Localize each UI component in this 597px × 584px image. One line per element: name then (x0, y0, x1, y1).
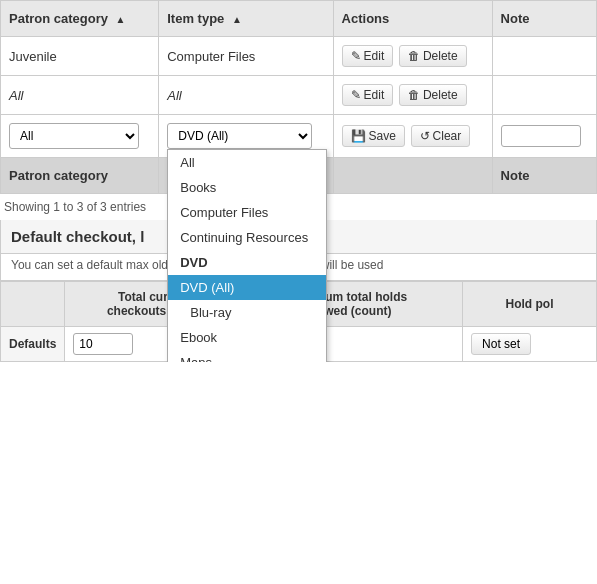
dropdown-item-maps[interactable]: Maps (168, 350, 326, 362)
delete-icon: 🗑 (408, 49, 420, 63)
delete-button-2[interactable]: 🗑 Delete (399, 84, 467, 106)
bottom-header-blank (1, 282, 65, 327)
circulation-rules-table: Patron category ▲ Item type ▲ Actions No… (0, 0, 597, 194)
save-clear-cell: 💾 Save ↺ Clear (333, 115, 492, 158)
edit-button-2[interactable]: ✎ Edit (342, 84, 394, 106)
edit-icon-2: ✎ (351, 88, 361, 102)
dropdown-item-dvd-all[interactable]: DVD (All) (168, 275, 326, 300)
patron-category-select[interactable]: All Juvenile (9, 123, 139, 149)
item-type-select[interactable]: DVD (All) (167, 123, 312, 149)
item-select-cell: DVD (All) All Books Computer Files Conti… (159, 115, 333, 158)
hold-policy-cell: Not set (463, 327, 597, 362)
actions-cell-2: ✎ Edit 🗑 Delete (333, 76, 492, 115)
table-row: All All ✎ Edit 🗑 Delete (1, 76, 597, 115)
refresh-icon: ↺ (420, 129, 430, 143)
defaults-label: Defaults (1, 327, 65, 362)
table-row: Juvenile Computer Files ✎ Edit 🗑 Delete (1, 37, 597, 76)
delete-icon-2: 🗑 (408, 88, 420, 102)
note-cell-2 (492, 76, 596, 115)
header-note: Note (492, 1, 596, 37)
patron-select-cell: All Juvenile (1, 115, 159, 158)
bottom-header-hold-policy: Hold pol (463, 282, 597, 327)
dropdown-item-all[interactable]: All (168, 150, 326, 175)
dropdown-item-ebook[interactable]: Ebook (168, 325, 326, 350)
header-item-type: Item type ▲ (159, 1, 333, 37)
save-button[interactable]: 💾 Save (342, 125, 405, 147)
dropdown-item-bluray[interactable]: Blu-ray (168, 300, 326, 325)
dropdown-item-books[interactable]: Books (168, 175, 326, 200)
edit-icon: ✎ (351, 49, 361, 63)
not-set-button[interactable]: Not set (471, 333, 531, 355)
note-input-cell (492, 115, 596, 158)
second-header-actions (333, 158, 492, 194)
item-type-dropdown-container: DVD (All) All Books Computer Files Conti… (167, 123, 312, 149)
item-type-cell: Computer Files (159, 37, 333, 76)
note-cell-1 (492, 37, 596, 76)
note-input[interactable] (501, 125, 581, 147)
dropdown-item-continuing-resources[interactable]: Continuing Resources (168, 225, 326, 250)
save-icon: 💾 (351, 129, 366, 143)
patron-category-cell-2: All (1, 76, 159, 115)
checkout-input[interactable] (73, 333, 133, 355)
delete-button-1[interactable]: 🗑 Delete (399, 45, 467, 67)
sort-arrow-item[interactable]: ▲ (232, 14, 242, 25)
edit-button-1[interactable]: ✎ Edit (342, 45, 394, 67)
item-type-dropdown-menu: All Books Computer Files Continuing Reso… (167, 149, 327, 362)
header-actions: Actions (333, 1, 492, 37)
dropdown-group-dvd: DVD (168, 250, 326, 275)
clear-button[interactable]: ↺ Clear (411, 125, 471, 147)
patron-category-cell: Juvenile (1, 37, 159, 76)
dropdown-item-computer-files[interactable]: Computer Files (168, 200, 326, 225)
actions-cell: ✎ Edit 🗑 Delete (333, 37, 492, 76)
item-type-cell-2: All (159, 76, 333, 115)
sort-arrow-patron[interactable]: ▲ (116, 14, 126, 25)
second-header-patron: Patron category (1, 158, 159, 194)
edit-row: All Juvenile DVD (All) All Books Compute… (1, 115, 597, 158)
second-header-note: Note (492, 158, 596, 194)
header-patron-category: Patron category ▲ (1, 1, 159, 37)
